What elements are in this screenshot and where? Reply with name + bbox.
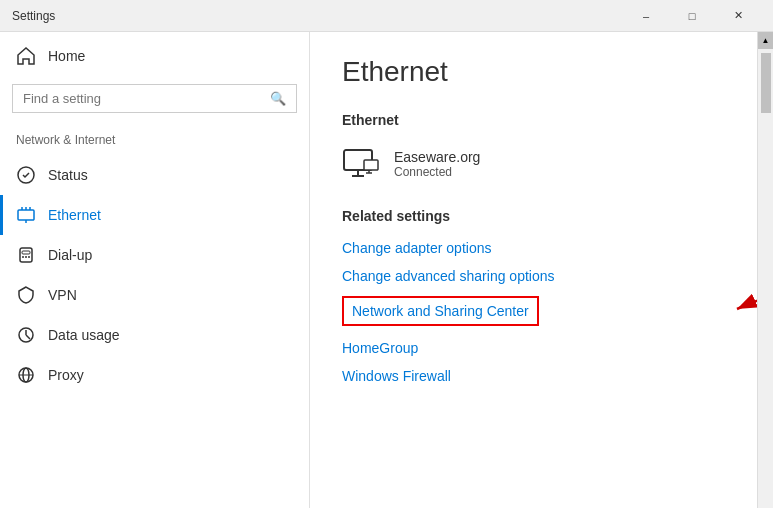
close-button[interactable]: ✕ xyxy=(715,0,761,32)
sidebar-item-ethernet[interactable]: Ethernet xyxy=(0,195,309,235)
scrollbar-up-button[interactable]: ▲ xyxy=(758,32,774,49)
related-settings-section: Related settings Change adapter options … xyxy=(310,196,757,390)
titlebar-controls: – □ ✕ xyxy=(623,0,761,32)
sidebar-item-status-label: Status xyxy=(48,167,88,183)
ethernet-section-title: Ethernet xyxy=(310,104,757,140)
sidebar-item-dialup-label: Dial-up xyxy=(48,247,92,263)
change-sharing-link[interactable]: Change advanced sharing options xyxy=(310,262,757,290)
page-title: Ethernet xyxy=(310,32,757,104)
titlebar: Settings – □ ✕ xyxy=(0,0,773,32)
search-input[interactable] xyxy=(23,91,270,106)
sidebar-item-proxy[interactable]: Proxy xyxy=(0,355,309,395)
search-icon: 🔍 xyxy=(270,91,286,106)
titlebar-title: Settings xyxy=(12,9,623,23)
red-arrow xyxy=(707,291,757,331)
sidebar-item-dialup[interactable]: Dial-up xyxy=(0,235,309,275)
sidebar-item-data-usage[interactable]: Data usage xyxy=(0,315,309,355)
device-row: Easeware.org Connected xyxy=(310,140,757,196)
windows-firewall-link[interactable]: Windows Firewall xyxy=(310,362,757,390)
scrollbar-thumb[interactable] xyxy=(761,53,771,113)
device-status: Connected xyxy=(394,165,480,179)
sidebar-item-vpn[interactable]: VPN xyxy=(0,275,309,315)
network-sharing-center-link[interactable]: Network and Sharing Center xyxy=(342,296,539,326)
app-body: Home 🔍 Network & Internet Status xyxy=(0,32,773,508)
svg-point-4 xyxy=(22,256,24,258)
device-info: Easeware.org Connected xyxy=(394,149,480,179)
sidebar: Home 🔍 Network & Internet Status xyxy=(0,32,310,508)
sidebar-item-proxy-label: Proxy xyxy=(48,367,84,383)
maximize-button[interactable]: □ xyxy=(669,0,715,32)
svg-rect-1 xyxy=(18,210,34,220)
status-icon xyxy=(16,165,36,185)
svg-point-6 xyxy=(28,256,30,258)
related-settings-title: Related settings xyxy=(310,196,757,234)
dialup-icon xyxy=(16,245,36,265)
sidebar-section-label: Network & Internet xyxy=(0,125,309,155)
scrollbar: ▲ xyxy=(757,32,773,508)
monitor-icon xyxy=(342,148,380,180)
homegroup-link[interactable]: HomeGroup xyxy=(310,334,757,362)
svg-rect-3 xyxy=(22,251,30,254)
vpn-icon xyxy=(16,285,36,305)
search-box[interactable]: 🔍 xyxy=(12,84,297,113)
home-label: Home xyxy=(48,48,85,64)
sidebar-item-data-usage-label: Data usage xyxy=(48,327,120,343)
sidebar-item-ethernet-label: Ethernet xyxy=(48,207,101,223)
main-panel: Ethernet Ethernet Easeware.org Connected xyxy=(310,32,757,508)
minimize-button[interactable]: – xyxy=(623,0,669,32)
svg-rect-11 xyxy=(364,160,378,170)
data-usage-icon xyxy=(16,325,36,345)
device-name: Easeware.org xyxy=(394,149,480,165)
change-adapter-link[interactable]: Change adapter options xyxy=(310,234,757,262)
home-icon xyxy=(16,46,36,66)
sidebar-item-vpn-label: VPN xyxy=(48,287,77,303)
svg-point-5 xyxy=(25,256,27,258)
ethernet-icon xyxy=(16,205,36,225)
svg-rect-2 xyxy=(20,248,32,262)
proxy-icon xyxy=(16,365,36,385)
sidebar-item-status[interactable]: Status xyxy=(0,155,309,195)
sidebar-item-home[interactable]: Home xyxy=(0,32,309,80)
